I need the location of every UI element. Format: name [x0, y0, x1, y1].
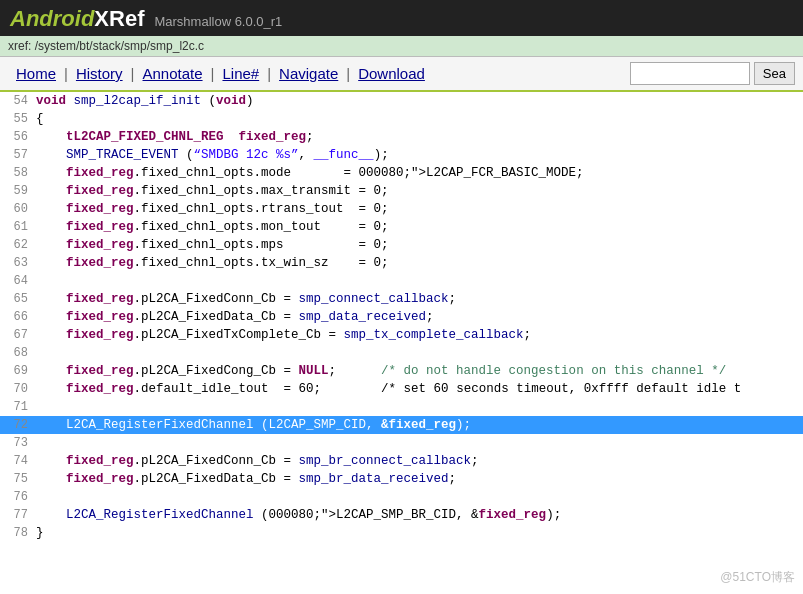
- line-content: void smp_l2cap_if_init (void): [36, 92, 803, 110]
- table-row: 78}: [0, 524, 803, 542]
- line-number: 73: [0, 434, 36, 452]
- table-row: 77 L2CA_RegisterFixedChannel (000080;">L…: [0, 506, 803, 524]
- nav-bar: Home | History | Annotate | Line# | Navi…: [0, 57, 803, 92]
- line-number: 74: [0, 452, 36, 470]
- line-number: 61: [0, 218, 36, 236]
- line-number: 75: [0, 470, 36, 488]
- line-content: fixed_reg.fixed_chnl_opts.mps = 0;: [36, 236, 803, 254]
- table-row: 64: [0, 272, 803, 290]
- code-area: 54void smp_l2cap_if_init (void)55{56 tL2…: [0, 92, 803, 542]
- line-content: fixed_reg.fixed_chnl_opts.tx_win_sz = 0;: [36, 254, 803, 272]
- line-content: L2CA_RegisterFixedChannel (L2CAP_SMP_CID…: [36, 416, 803, 434]
- line-number: 68: [0, 344, 36, 362]
- line-number: 71: [0, 398, 36, 416]
- line-number: 54: [0, 92, 36, 110]
- table-row: 72 L2CA_RegisterFixedChannel (L2CAP_SMP_…: [0, 416, 803, 434]
- line-number: 56: [0, 128, 36, 146]
- line-content: L2CA_RegisterFixedChannel (000080;">L2CA…: [36, 506, 803, 524]
- line-number: 72: [0, 416, 36, 434]
- line-number: 78: [0, 524, 36, 542]
- line-content: fixed_reg.pL2CA_FixedTxComplete_Cb = smp…: [36, 326, 803, 344]
- line-number: 59: [0, 182, 36, 200]
- table-row: 62 fixed_reg.fixed_chnl_opts.mps = 0;: [0, 236, 803, 254]
- line-number: 69: [0, 362, 36, 380]
- line-content: fixed_reg.pL2CA_FixedConn_Cb = smp_br_co…: [36, 452, 803, 470]
- nav-history[interactable]: History: [68, 61, 131, 86]
- breadcrumb: xref: /system/bt/stack/smp/smp_l2c.c: [0, 36, 803, 57]
- search-box: Sea: [630, 62, 795, 85]
- line-number: 66: [0, 308, 36, 326]
- nav-home[interactable]: Home: [8, 61, 64, 86]
- line-content: fixed_reg.fixed_chnl_opts.mode = 000080;…: [36, 164, 803, 182]
- nav-line[interactable]: Line#: [214, 61, 267, 86]
- line-number: 65: [0, 290, 36, 308]
- table-row: 71: [0, 398, 803, 416]
- line-content: tL2CAP_FIXED_CHNL_REG fixed_reg;: [36, 128, 803, 146]
- nav-annotate[interactable]: Annotate: [135, 61, 211, 86]
- table-row: 76: [0, 488, 803, 506]
- line-number: 63: [0, 254, 36, 272]
- line-content: }: [36, 524, 803, 542]
- table-row: 69 fixed_reg.pL2CA_FixedCong_Cb = NULL; …: [0, 362, 803, 380]
- line-content: fixed_reg.fixed_chnl_opts.max_transmit =…: [36, 182, 803, 200]
- search-button[interactable]: Sea: [754, 62, 795, 85]
- table-row: 68: [0, 344, 803, 362]
- line-number: 58: [0, 164, 36, 182]
- header: Android XRef Marshmallow 6.0.0_r1: [0, 0, 803, 36]
- table-row: 66 fixed_reg.pL2CA_FixedData_Cb = smp_da…: [0, 308, 803, 326]
- line-content: {: [36, 110, 803, 128]
- table-row: 61 fixed_reg.fixed_chnl_opts.mon_tout = …: [0, 218, 803, 236]
- line-number: 70: [0, 380, 36, 398]
- nav-download[interactable]: Download: [350, 61, 433, 86]
- table-row: 75 fixed_reg.pL2CA_FixedData_Cb = smp_br…: [0, 470, 803, 488]
- line-number: 62: [0, 236, 36, 254]
- line-number: 57: [0, 146, 36, 164]
- line-content: fixed_reg.pL2CA_FixedCong_Cb = NULL; /* …: [36, 362, 803, 380]
- table-row: 57 SMP_TRACE_EVENT (“SMDBG 12c %s”, __fu…: [0, 146, 803, 164]
- table-row: 73: [0, 434, 803, 452]
- line-content: fixed_reg.fixed_chnl_opts.rtrans_tout = …: [36, 200, 803, 218]
- line-number: 64: [0, 272, 36, 290]
- table-row: 58 fixed_reg.fixed_chnl_opts.mode = 0000…: [0, 164, 803, 182]
- table-row: 56 tL2CAP_FIXED_CHNL_REG fixed_reg;: [0, 128, 803, 146]
- logo-xref: XRef: [94, 6, 144, 32]
- line-content: SMP_TRACE_EVENT (“SMDBG 12c %s”, __func_…: [36, 146, 803, 164]
- line-content: fixed_reg.pL2CA_FixedData_Cb = smp_data_…: [36, 308, 803, 326]
- line-number: 55: [0, 110, 36, 128]
- search-input[interactable]: [630, 62, 750, 85]
- table-row: 63 fixed_reg.fixed_chnl_opts.tx_win_sz =…: [0, 254, 803, 272]
- line-content: fixed_reg.default_idle_tout = 60; /* set…: [36, 380, 803, 398]
- table-row: 70 fixed_reg.default_idle_tout = 60; /* …: [0, 380, 803, 398]
- table-row: 67 fixed_reg.pL2CA_FixedTxComplete_Cb = …: [0, 326, 803, 344]
- line-number: 77: [0, 506, 36, 524]
- line-number: 67: [0, 326, 36, 344]
- table-row: 60 fixed_reg.fixed_chnl_opts.rtrans_tout…: [0, 200, 803, 218]
- table-row: 74 fixed_reg.pL2CA_FixedConn_Cb = smp_br…: [0, 452, 803, 470]
- nav-navigate[interactable]: Navigate: [271, 61, 346, 86]
- logo-android: Android: [10, 6, 94, 32]
- line-number: 76: [0, 488, 36, 506]
- line-content: fixed_reg.pL2CA_FixedConn_Cb = smp_conne…: [36, 290, 803, 308]
- line-number: 60: [0, 200, 36, 218]
- table-row: 54void smp_l2cap_if_init (void): [0, 92, 803, 110]
- table-row: 59 fixed_reg.fixed_chnl_opts.max_transmi…: [0, 182, 803, 200]
- line-content: fixed_reg.pL2CA_FixedData_Cb = smp_br_da…: [36, 470, 803, 488]
- table-row: 65 fixed_reg.pL2CA_FixedConn_Cb = smp_co…: [0, 290, 803, 308]
- logo-version: Marshmallow 6.0.0_r1: [154, 14, 282, 29]
- line-content: fixed_reg.fixed_chnl_opts.mon_tout = 0;: [36, 218, 803, 236]
- table-row: 55{: [0, 110, 803, 128]
